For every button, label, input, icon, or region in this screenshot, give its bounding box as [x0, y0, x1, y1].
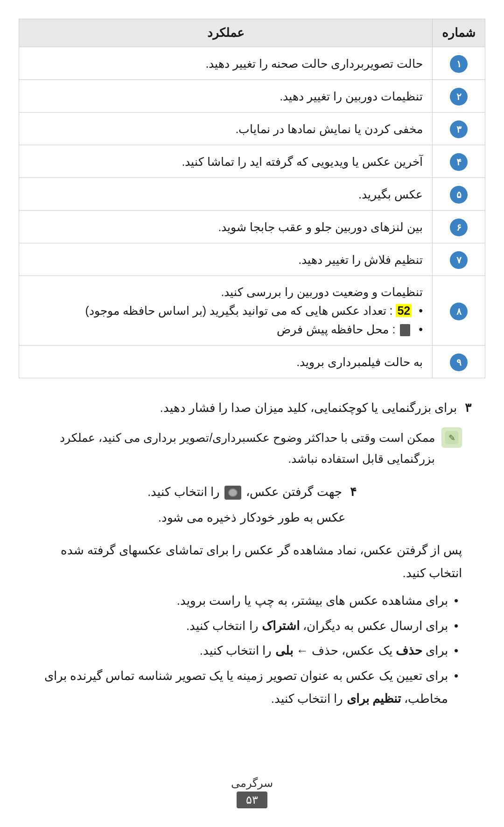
svg-text:✎: ✎ [448, 433, 455, 443]
step-4-line2: عکس به طور خودکار ذخیره می شود. [51, 506, 453, 529]
table-content-cell: مخفی کردن یا نمایش نمادها در نمایاب. [19, 113, 433, 145]
table-content-cell: عکس بگیرید. [19, 178, 433, 211]
footer-label: سرگرمی [0, 777, 504, 790]
list-item: برای تعیین یک عکس به عنوان تصویر زمینه ی… [42, 664, 462, 711]
table-num-cell: ۲ [433, 80, 485, 113]
table-content-cell: آخرین عکس یا ویدیویی که گرفته اید را تما… [19, 145, 433, 178]
bullet-list: برای مشاهده عکس های بیشتر، به چپ یا راست… [42, 589, 462, 710]
note-box: ✎ ممکن است وقتی با حداکثر وضوح عکسبرداری… [33, 427, 471, 469]
reference-table: شماره عملکرد ۱حالت تصویربرداری حالت صحنه… [19, 19, 485, 378]
table-num-cell: ۶ [433, 211, 485, 243]
step-4-text: ۴ جهت گرفتن عکس، را انتخاب کنید. [51, 481, 453, 503]
table-num-cell: ۱ [433, 47, 485, 80]
list-item: برای حذف یک عکس، حذف ← بلی را انتخاب کنی… [42, 639, 462, 662]
content-section: ۳ برای بزرگنمایی یا کوچکنمایی، کلید میزا… [19, 397, 485, 710]
footer-page-num: ۵۳ [237, 792, 267, 808]
step-4-line1: جهت گرفتن عکس، [246, 485, 342, 499]
table-content-cell: به حالت فیلمبرداری بروید. [19, 346, 433, 378]
table-row: ۹به حالت فیلمبرداری بروید. [19, 346, 485, 378]
col-func-header: عملکرد [19, 19, 433, 47]
table-content-cell: تنظیمات دوربین را تغییر دهید. [19, 80, 433, 113]
camera-icon [224, 486, 241, 500]
circle-number: ۹ [450, 353, 468, 371]
list-item: برای مشاهده عکس های بیشتر، به چپ یا راست… [42, 589, 462, 612]
circle-number: ۵ [450, 186, 468, 204]
table-num-cell: ۹ [433, 346, 485, 378]
table-row: ۵عکس بگیرید. [19, 178, 485, 211]
note-icon: ✎ [441, 427, 462, 448]
table-content-cell: تنظیم فلاش را تغییر دهید. [19, 243, 433, 276]
step-4-block: ۴ جهت گرفتن عکس، را انتخاب کنید. عکس به … [33, 481, 471, 530]
after-photo-block: پس از گرفتن عکس، نماد مشاهده گر عکس را ب… [33, 539, 471, 711]
circle-number: ۳ [450, 120, 468, 138]
after-photo-text: پس از گرفتن عکس، نماد مشاهده گر عکس را ب… [42, 539, 462, 585]
step-3-text: ۳ برای بزرگنمایی یا کوچکنمایی، کلید میزا… [160, 397, 471, 419]
table-content-cell: حالت تصویربرداری حالت صحنه را تغییر دهید… [19, 47, 433, 80]
table-num-cell: ۷ [433, 243, 485, 276]
col-num-header: شماره [433, 19, 485, 47]
list-item: برای ارسال عکس به دیگران، اشتراک را انتخ… [42, 615, 462, 637]
circle-number: ۸ [450, 303, 468, 320]
step-3-item: ۳ برای بزرگنمایی یا کوچکنمایی، کلید میزا… [33, 397, 471, 419]
table-row: ۲تنظیمات دوربین را تغییر دهید. [19, 80, 485, 113]
table-row: ۱حالت تصویربرداری حالت صحنه را تغییر دهی… [19, 47, 485, 80]
page-container: شماره عملکرد ۱حالت تصویربرداری حالت صحنه… [0, 0, 504, 827]
sd-card-icon [400, 324, 410, 336]
step-4-line1-end: را انتخاب کنید. [147, 485, 220, 499]
table-num-cell: ۴ [433, 145, 485, 178]
table-row: ۳مخفی کردن یا نمایش نمادها در نمایاب. [19, 113, 485, 145]
step-4-label: ۴ [350, 485, 357, 499]
circle-number: ۲ [450, 88, 468, 106]
circle-number: ۶ [450, 219, 468, 236]
step-3-label: ۳ [465, 401, 471, 415]
table-content-cell: تنظیمات و وضعیت دوربین را بررسی کنید.• 5… [19, 276, 433, 346]
table-row: ۶بین لنزهای دوربین جلو و عقب جابجا شوید. [19, 211, 485, 243]
step-3-content: برای بزرگنمایی یا کوچکنمایی، کلید میزان … [160, 401, 457, 415]
table-row: ۴آخرین عکس یا ویدیویی که گرفته اید را تم… [19, 145, 485, 178]
footer: سرگرمی ۵۳ [0, 777, 504, 808]
row8-line3: • : محل حافظه پیش فرض [28, 320, 423, 339]
table-num-cell: ۳ [433, 113, 485, 145]
circle-number: ۴ [450, 153, 468, 171]
circle-number: ۱ [450, 55, 468, 73]
table-content-cell: بین لنزهای دوربین جلو و عقب جابجا شوید. [19, 211, 433, 243]
table-num-cell: ۵ [433, 178, 485, 211]
table-row: ۷تنظیم فلاش را تغییر دهید. [19, 243, 485, 276]
row8-line2: • 52 : تعداد عکس هایی که می توانید بگیری… [28, 301, 423, 320]
table-row: ۸تنظیمات و وضعیت دوربین را بررسی کنید.• … [19, 276, 485, 346]
circle-number: ۷ [450, 251, 468, 269]
row8-line1: تنظیمات و وضعیت دوربین را بررسی کنید. [28, 283, 423, 301]
table-num-cell: ۸ [433, 276, 485, 346]
note-text: ممکن است وقتی با حداکثر وضوح عکسبرداری/ت… [42, 427, 435, 469]
